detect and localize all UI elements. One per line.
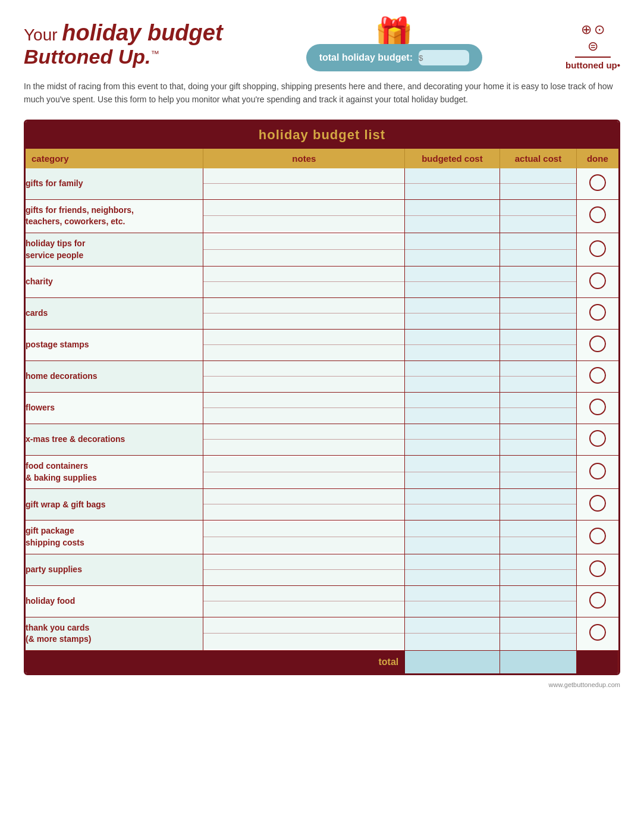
note-line bbox=[203, 504, 404, 520]
done-cell[interactable] bbox=[577, 361, 618, 393]
budgeted-cost-cell[interactable] bbox=[405, 361, 500, 393]
budgeted-cost-cell[interactable] bbox=[405, 233, 500, 266]
done-checkbox[interactable] bbox=[589, 206, 606, 223]
title-line1: Your holiday budget bbox=[24, 21, 223, 46]
done-checkbox[interactable] bbox=[589, 528, 606, 544]
done-checkbox[interactable] bbox=[589, 463, 606, 479]
done-checkbox[interactable] bbox=[589, 624, 606, 641]
cost-line bbox=[405, 200, 499, 216]
done-checkbox[interactable] bbox=[589, 560, 606, 577]
actual-cost-cell[interactable] bbox=[500, 330, 577, 361]
done-cell[interactable] bbox=[577, 456, 618, 489]
notes-cell[interactable] bbox=[203, 521, 405, 554]
budgeted-cost-cell[interactable] bbox=[405, 489, 500, 521]
done-cell[interactable] bbox=[577, 330, 618, 361]
done-checkbox[interactable] bbox=[589, 367, 606, 384]
category-text: postage stamps bbox=[26, 334, 203, 356]
budgeted-cost-cell[interactable] bbox=[405, 266, 500, 298]
cost-line bbox=[405, 570, 499, 585]
actual-cost-cell[interactable] bbox=[500, 585, 577, 617]
actual-cost-cell[interactable] bbox=[500, 489, 577, 521]
notes-cell[interactable] bbox=[203, 456, 405, 489]
actual-cost-cell[interactable] bbox=[500, 233, 577, 266]
cost-line bbox=[405, 440, 499, 455]
done-checkbox[interactable] bbox=[589, 240, 606, 257]
notes-cell[interactable] bbox=[203, 554, 405, 585]
note-line bbox=[203, 537, 404, 553]
total-label: total bbox=[26, 650, 405, 673]
notes-cell[interactable] bbox=[203, 424, 405, 456]
actual-cost-cell[interactable] bbox=[500, 617, 577, 650]
category-cell: party supplies bbox=[26, 554, 203, 585]
done-cell[interactable] bbox=[577, 585, 618, 617]
actual-cost-line bbox=[500, 457, 577, 472]
table-row: charity bbox=[26, 266, 618, 298]
actual-cost-cell[interactable] bbox=[500, 393, 577, 424]
budgeted-cost-cell[interactable] bbox=[405, 168, 500, 200]
category-text: party supplies bbox=[26, 559, 203, 581]
notes-cell[interactable] bbox=[203, 330, 405, 361]
actual-cost-cell[interactable] bbox=[500, 298, 577, 330]
budget-input[interactable] bbox=[419, 50, 469, 65]
done-cell[interactable] bbox=[577, 266, 618, 298]
notes-cell[interactable] bbox=[203, 585, 405, 617]
notes-cell[interactable] bbox=[203, 393, 405, 424]
budgeted-cost-cell[interactable] bbox=[405, 521, 500, 554]
done-cell[interactable] bbox=[577, 393, 618, 424]
done-checkbox[interactable] bbox=[589, 399, 606, 415]
done-cell[interactable] bbox=[577, 489, 618, 521]
done-cell[interactable] bbox=[577, 554, 618, 585]
trademark-symbol: ™ bbox=[150, 49, 159, 58]
budgeted-cost-cell[interactable] bbox=[405, 456, 500, 489]
actual-cost-line bbox=[500, 266, 577, 282]
notes-cell[interactable] bbox=[203, 489, 405, 521]
done-cell[interactable] bbox=[577, 617, 618, 650]
actual-cost-cell[interactable] bbox=[500, 266, 577, 298]
done-cell[interactable] bbox=[577, 233, 618, 266]
done-cell[interactable] bbox=[577, 424, 618, 456]
notes-cell[interactable] bbox=[203, 168, 405, 200]
actual-cost-line bbox=[500, 601, 577, 617]
done-checkbox[interactable] bbox=[589, 495, 606, 512]
done-checkbox[interactable] bbox=[589, 272, 606, 289]
done-cell[interactable] bbox=[577, 199, 618, 233]
note-line bbox=[203, 570, 404, 585]
done-cell[interactable] bbox=[577, 168, 618, 200]
cost-line bbox=[405, 298, 499, 313]
actual-cost-cell[interactable] bbox=[500, 199, 577, 233]
actual-cost-cell[interactable] bbox=[500, 361, 577, 393]
note-line bbox=[203, 377, 404, 392]
notes-cell[interactable] bbox=[203, 233, 405, 266]
budgeted-cost-cell[interactable] bbox=[405, 617, 500, 650]
done-checkbox[interactable] bbox=[589, 174, 606, 191]
done-checkbox[interactable] bbox=[589, 592, 606, 609]
actual-cost-cell[interactable] bbox=[500, 168, 577, 200]
actual-cost-cell[interactable] bbox=[500, 424, 577, 456]
done-checkbox[interactable] bbox=[589, 336, 606, 352]
notes-cell[interactable] bbox=[203, 266, 405, 298]
done-cell[interactable] bbox=[577, 521, 618, 554]
notes-cell[interactable] bbox=[203, 617, 405, 650]
budgeted-cost-cell[interactable] bbox=[405, 199, 500, 233]
actual-cost-cell[interactable] bbox=[500, 521, 577, 554]
budgeted-cost-cell[interactable] bbox=[405, 585, 500, 617]
notes-cell[interactable] bbox=[203, 298, 405, 330]
note-line bbox=[203, 330, 404, 345]
notes-cell[interactable] bbox=[203, 361, 405, 393]
actual-cost-cell[interactable] bbox=[500, 554, 577, 585]
budgeted-cost-cell[interactable] bbox=[405, 330, 500, 361]
done-cell[interactable] bbox=[577, 298, 618, 330]
note-line bbox=[203, 361, 404, 377]
category-cell: gift wrap & gift bags bbox=[26, 489, 203, 521]
budgeted-cost-cell[interactable] bbox=[405, 424, 500, 456]
budgeted-cost-cell[interactable] bbox=[405, 393, 500, 424]
done-checkbox[interactable] bbox=[589, 304, 606, 321]
done-checkbox[interactable] bbox=[589, 430, 606, 447]
budgeted-cost-cell[interactable] bbox=[405, 554, 500, 585]
category-text: food containers & baking supplies bbox=[26, 456, 203, 488]
cost-line bbox=[405, 457, 499, 472]
budgeted-cost-cell[interactable] bbox=[405, 298, 500, 330]
actual-cost-line bbox=[500, 570, 577, 585]
notes-cell[interactable] bbox=[203, 199, 405, 233]
actual-cost-cell[interactable] bbox=[500, 456, 577, 489]
